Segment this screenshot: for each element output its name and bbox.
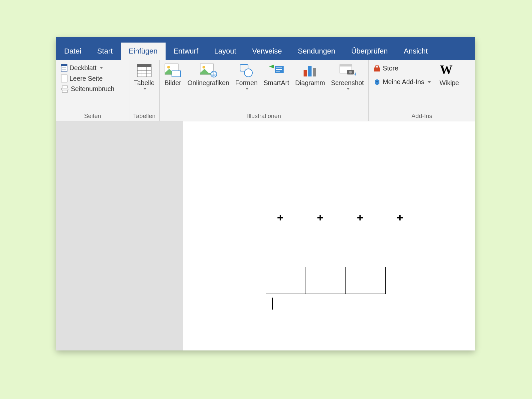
- chevron-down-icon: [428, 81, 431, 83]
- leere-seite-label: Leere Seite: [69, 75, 103, 82]
- group-seiten-label: Seiten: [59, 111, 126, 120]
- chevron-down-icon: [143, 88, 147, 90]
- tabelle-button[interactable]: Tabelle: [132, 62, 157, 90]
- table-row: [266, 267, 386, 294]
- svg-point-18: [202, 66, 205, 68]
- cover-page-icon: [61, 64, 67, 72]
- ribbon-tabbar: Datei Start Einfügen Entwurf Layout Verw…: [56, 37, 475, 60]
- group-illustrationen: Bilder Onlinegrafiken Formen: [160, 60, 369, 121]
- svg-rect-28: [313, 68, 316, 76]
- table-cell[interactable]: [306, 267, 346, 294]
- svg-point-21: [244, 69, 252, 77]
- ribbon: Deckblatt Leere Seite Seitenumbruch Seit…: [56, 60, 475, 121]
- document-table[interactable]: [266, 267, 386, 294]
- deckblatt-label: Deckblatt: [69, 64, 96, 72]
- leere-seite-button[interactable]: Leere Seite: [59, 74, 116, 83]
- tab-einfuegen[interactable]: Einfügen: [121, 43, 166, 60]
- group-tabellen: Tabelle Tabellen: [129, 60, 160, 121]
- chevron-down-icon: [100, 67, 103, 69]
- plus-mark: +: [340, 211, 380, 224]
- chevron-down-icon: [245, 88, 249, 90]
- table-cell[interactable]: [346, 267, 386, 294]
- plus-mark: +: [260, 211, 300, 224]
- svg-rect-3: [62, 69, 66, 69]
- text-cursor: [272, 298, 273, 310]
- tab-ueberpruefen[interactable]: Überprüfen: [343, 43, 396, 60]
- group-tabellen-label: Tabellen: [132, 111, 157, 120]
- store-icon: [373, 65, 381, 72]
- screenshot-label: Screenshot: [331, 79, 364, 86]
- svg-rect-34: [374, 67, 380, 71]
- table-cell[interactable]: [266, 267, 306, 294]
- smartart-label: SmartArt: [264, 79, 289, 86]
- svg-rect-2: [62, 67, 66, 68]
- svg-point-32: [349, 71, 352, 73]
- shapes-icon: [239, 64, 254, 77]
- svg-rect-26: [304, 70, 307, 76]
- table-icon: [137, 64, 152, 77]
- formen-button[interactable]: Formen: [233, 62, 260, 90]
- onlinegrafiken-label: Onlinegrafiken: [188, 79, 229, 86]
- tab-start[interactable]: Start: [89, 43, 120, 60]
- plus-mark: +: [380, 211, 420, 224]
- pictures-icon: [165, 64, 181, 77]
- svg-rect-4: [61, 75, 67, 82]
- left-gutter: [56, 121, 183, 350]
- meine-addins-label: Meine Add-Ins: [383, 78, 424, 86]
- svg-rect-6: [62, 90, 67, 92]
- group-addins-label: Add-Ins: [371, 111, 472, 120]
- document-area: + + + +: [56, 121, 475, 350]
- svg-point-14: [167, 66, 170, 68]
- wikipedia-label: Wikipe: [440, 79, 459, 86]
- svg-rect-25: [276, 71, 280, 71]
- svg-rect-30: [340, 65, 352, 66]
- tab-sendungen[interactable]: Sendungen: [290, 43, 343, 60]
- screenshot-icon: +: [339, 64, 356, 77]
- wikipedia-icon: W: [440, 64, 459, 77]
- document-page[interactable]: + + + +: [183, 121, 475, 350]
- smartart-button[interactable]: SmartArt: [262, 62, 291, 90]
- svg-rect-27: [308, 66, 312, 76]
- store-button[interactable]: Store: [371, 64, 433, 73]
- svg-text:+: +: [354, 71, 356, 77]
- formen-label: Formen: [235, 79, 258, 86]
- diagramm-label: Diagramm: [295, 79, 325, 86]
- meine-addins-button[interactable]: Meine Add-Ins: [371, 77, 433, 86]
- word-window: Datei Start Einfügen Entwurf Layout Verw…: [56, 37, 475, 350]
- tabelle-label: Tabelle: [134, 79, 155, 86]
- group-addins: Store Meine Add-Ins W Wikipe Add-Ins: [369, 60, 475, 121]
- svg-rect-23: [276, 67, 282, 68]
- plus-row: + + + +: [260, 211, 420, 224]
- diagramm-button[interactable]: Diagramm: [293, 62, 327, 90]
- svg-rect-8: [137, 64, 151, 67]
- store-label: Store: [383, 65, 398, 72]
- seitenumbruch-label: Seitenumbruch: [71, 85, 114, 93]
- tab-entwurf[interactable]: Entwurf: [166, 43, 206, 60]
- blank-page-icon: [61, 74, 67, 82]
- chevron-down-icon: [346, 88, 350, 90]
- smartart-icon: [268, 64, 284, 77]
- chart-icon: [303, 64, 318, 77]
- svg-rect-24: [276, 69, 282, 70]
- online-pictures-icon: [200, 64, 217, 77]
- svg-text:W: W: [440, 64, 453, 76]
- tab-datei[interactable]: Datei: [56, 43, 89, 60]
- screenshot-button[interactable]: + Screenshot: [329, 62, 366, 90]
- group-seiten: Deckblatt Leere Seite Seitenumbruch Seit…: [56, 60, 129, 121]
- svg-rect-15: [172, 71, 181, 77]
- plus-mark: +: [300, 211, 340, 224]
- onlinegrafiken-button[interactable]: Onlinegrafiken: [186, 62, 231, 90]
- addins-icon: [373, 78, 381, 86]
- svg-rect-1: [61, 64, 67, 66]
- tab-layout[interactable]: Layout: [206, 43, 244, 60]
- bilder-button[interactable]: Bilder: [162, 62, 184, 90]
- wikipedia-button[interactable]: W Wikipe: [438, 62, 461, 87]
- seitenumbruch-button[interactable]: Seitenumbruch: [59, 84, 116, 93]
- svg-rect-5: [62, 86, 67, 88]
- page-break-icon: [61, 85, 69, 93]
- bilder-label: Bilder: [165, 79, 181, 86]
- tab-verweise[interactable]: Verweise: [244, 43, 290, 60]
- tab-ansicht[interactable]: Ansicht: [396, 43, 436, 60]
- deckblatt-button[interactable]: Deckblatt: [59, 63, 116, 72]
- group-illustrationen-label: Illustrationen: [162, 111, 366, 120]
